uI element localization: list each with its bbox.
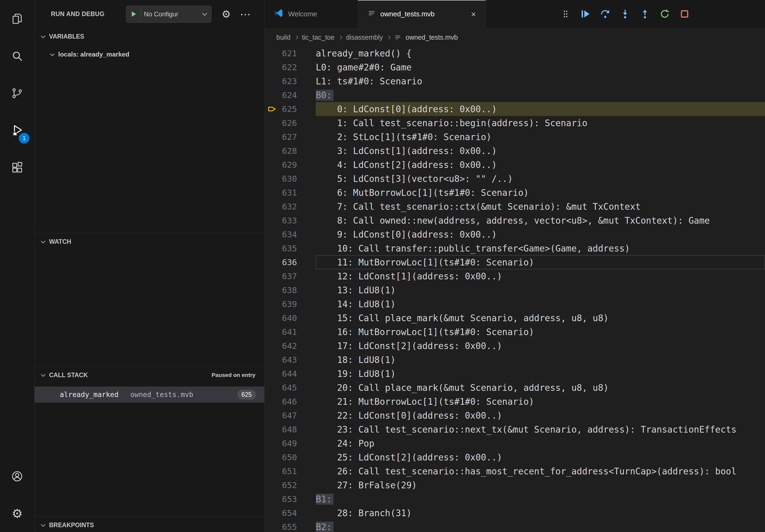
breakpoint-gutter[interactable] [265,381,279,395]
breakpoint-gutter[interactable] [265,172,279,186]
breakpoint-gutter[interactable] [265,353,279,367]
breakpoint-gutter[interactable] [265,339,279,353]
breakpoint-gutter[interactable] [265,520,279,532]
breakpoint-gutter[interactable] [265,297,279,311]
debug-config-dropdown[interactable]: No Configur [126,6,212,23]
code-line-624[interactable]: 624B0: [265,88,765,102]
breakpoint-gutter[interactable] [265,227,279,241]
tab-owned-tests[interactable]: owned_tests.mvb × [358,0,486,28]
sidebar-item-explorer[interactable] [0,0,34,37]
code-line-634[interactable]: 634 9: LdConst[0](address: 0x00..) [265,227,765,241]
breakpoint-gutter[interactable] [265,199,279,213]
breakpoint-gutter[interactable] [265,213,279,227]
code-line-639[interactable]: 639 14: LdU8(1) [265,297,765,311]
sidebar-item-source-control[interactable] [0,75,34,112]
code-line-626[interactable]: 626 1: Call test_scenario::begin(address… [265,116,765,130]
breadcrumb-item-build[interactable]: build [276,34,291,41]
breakpoint-gutter[interactable] [265,422,279,436]
breakpoint-gutter[interactable] [265,88,279,102]
breakpoint-gutter[interactable] [265,395,279,408]
settings-button[interactable]: ⚙ [0,495,34,532]
code-line-630[interactable]: 630 5: LdConst[3](vector<u8>: "" /..) [265,172,765,186]
more-actions-icon[interactable]: ⋯ [240,12,251,17]
breakpoint-gutter[interactable] [265,325,279,339]
breakpoint-gutter[interactable] [265,450,279,464]
code-line-637[interactable]: 637 12: LdConst[1](address: 0x00..) [265,269,765,283]
code-line-632[interactable]: 632 7: Call test_scenario::ctx(&mut Scen… [265,199,765,213]
breakpoint-gutter[interactable] [265,311,279,325]
breakpoint-gutter[interactable] [265,436,279,450]
code-line-641[interactable]: 641 16: MutBorrowLoc[1](ts#1#0: Scenario… [265,325,765,339]
code-line-653[interactable]: 653B1: [265,492,765,506]
code-line-650[interactable]: 650 25: LdConst[2](address: 0x00..) [265,450,765,464]
breakpoint-gutter[interactable] [265,46,279,60]
code-line-625[interactable]: 625 0: LdConst[0](address: 0x00..) [265,102,765,116]
code-line-638[interactable]: 638 13: LdU8(1) [265,283,765,297]
step-over-button[interactable] [599,8,611,20]
code-line-640[interactable]: 640 15: Call place_mark(&mut Scenario, a… [265,311,765,325]
breakpoint-gutter[interactable] [265,60,279,74]
code-line-652[interactable]: 652 27: BrFalse(29) [265,478,765,492]
sidebar-item-extensions[interactable] [0,149,34,186]
code-line-621[interactable]: 621already_marked() { [265,46,765,60]
step-into-button[interactable] [619,8,631,20]
code-line-645[interactable]: 645 20: Call place_mark(&mut Scenario, a… [265,381,765,395]
breakpoint-gutter[interactable] [265,408,279,422]
code-line-623[interactable]: 623L1: ts#1#0: Scenario [265,74,765,88]
code-line-629[interactable]: 629 4: LdConst[2](address: 0x00..) [265,158,765,172]
tab-welcome[interactable]: Welcome [265,0,358,28]
breakpoint-gutter[interactable] [265,144,279,158]
code-line-636[interactable]: 636 11: MutBorrowLoc[1](ts#1#0: Scenario… [265,255,765,269]
breakpoint-gutter[interactable] [265,186,279,199]
account-button[interactable] [0,457,34,495]
close-icon[interactable]: × [471,10,476,19]
breakpoint-gutter[interactable] [265,158,279,172]
code-line-642[interactable]: 642 17: LdConst[2](address: 0x00..) [265,339,765,353]
code-line-646[interactable]: 646 21: MutBorrowLoc[1](ts#1#0: Scenario… [265,395,765,408]
variables-section-header[interactable]: VARIABLES [35,28,264,45]
breakpoint-gutter[interactable] [265,74,279,88]
breakpoint-gutter[interactable] [265,116,279,130]
breakpoint-gutter[interactable] [265,102,279,116]
code-line-635[interactable]: 635 10: Call transfer::public_transfer<G… [265,241,765,255]
debug-settings-gear-icon[interactable]: ⚙ [222,9,231,19]
variables-scope-locals[interactable]: locals: already_marked [35,46,264,62]
restart-button[interactable] [659,8,671,20]
breakpoint-gutter[interactable] [265,269,279,283]
watch-section-header[interactable]: WATCH [35,233,264,250]
code-line-633[interactable]: 633 8: Call owned::new(address, address,… [265,213,765,227]
stop-button[interactable] [678,8,691,20]
step-out-button[interactable] [639,8,651,20]
breadcrumb-item-file[interactable]: owned_tests.mvb [405,34,458,41]
code-line-622[interactable]: 622L0: game#2#0: Game [265,60,765,74]
code-line-651[interactable]: 651 26: Call test_scenario::has_most_rec… [265,464,765,478]
breakpoint-gutter[interactable] [265,478,279,492]
code-line-631[interactable]: 631 6: MutBorrowLoc[1](ts#1#0: Scenario) [265,186,765,199]
code-line-648[interactable]: 648 23: Call test_scenario::next_tx(&mut… [265,422,765,436]
code-line-654[interactable]: 654 28: Branch(31) [265,506,765,520]
breakpoint-gutter[interactable] [265,283,279,297]
breakpoint-gutter[interactable] [265,367,279,381]
breakpoint-gutter[interactable] [265,492,279,506]
code-line-628[interactable]: 628 3: LdConst[1](address: 0x00..) [265,144,765,158]
call-stack-section-header[interactable]: CALL STACK Paused on entry [35,367,264,383]
breakpoint-gutter[interactable] [265,464,279,478]
code-line-644[interactable]: 644 19: LdU8(1) [265,367,765,381]
call-stack-frame[interactable]: already_marked owned_tests.mvb 625 [35,387,264,402]
code-line-643[interactable]: 643 18: LdU8(1) [265,353,765,367]
code-line-649[interactable]: 649 24: Pop [265,436,765,450]
breakpoint-gutter[interactable] [265,130,279,144]
code-line-647[interactable]: 647 22: LdConst[0](address: 0x00..) [265,408,765,422]
code-line-655[interactable]: 655B2: [265,520,765,532]
continue-button[interactable] [579,8,591,20]
breakpoint-gutter[interactable] [265,241,279,255]
sidebar-item-search[interactable] [0,37,34,75]
breakpoints-section-header[interactable]: BREAKPOINTS [35,517,264,532]
breakpoint-gutter[interactable] [265,255,279,269]
breadcrumb-item-disassembly[interactable]: disassembly [346,34,383,41]
drag-handle-icon[interactable] [559,8,572,20]
breadcrumb-item-tic-tac-toe[interactable]: tic_tac_toe [302,34,335,41]
breakpoint-gutter[interactable] [265,506,279,520]
sidebar-item-run-and-debug[interactable]: 1 [0,112,34,149]
code-line-627[interactable]: 627 2: StLoc[1](ts#1#0: Scenario) [265,130,765,144]
